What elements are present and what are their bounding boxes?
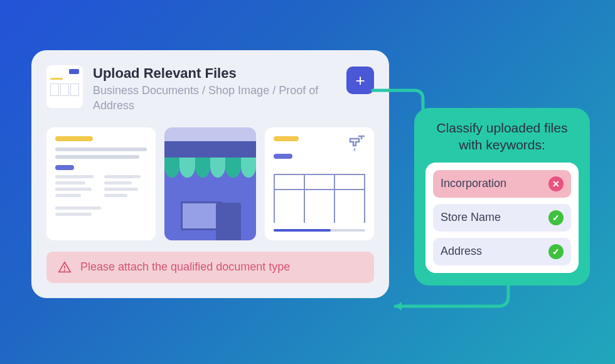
warning-icon (58, 260, 72, 274)
file-thumbnails (46, 127, 374, 240)
keyword-row[interactable]: Address ✓ (433, 238, 571, 265)
card-header: Upload Relevant Files Business Documents… (46, 65, 374, 114)
thumbnail-utility-bill[interactable] (265, 127, 374, 240)
upload-title: Upload Relevant Files (93, 65, 336, 82)
keyword-list: Incorporation ✕ Store Name ✓ Address ✓ (425, 163, 579, 273)
document-icon (46, 65, 83, 108)
classify-panel: Classify uploaded files with keywords: I… (414, 108, 590, 286)
error-icon: ✕ (548, 176, 564, 191)
check-icon: ✓ (548, 210, 564, 225)
keyword-row[interactable]: Incorporation ✕ (433, 170, 571, 198)
faucet-icon (348, 134, 366, 153)
svg-point-1 (65, 270, 65, 270)
keyword-label: Address (441, 245, 482, 258)
plus-icon: + (355, 71, 365, 90)
add-file-button[interactable]: + (346, 67, 374, 94)
upload-card: Upload Relevant Files Business Documents… (31, 50, 389, 298)
keyword-label: Store Name (441, 211, 501, 224)
check-icon: ✓ (548, 244, 564, 259)
validation-alert: Please attach the qualified document typ… (46, 252, 374, 283)
thumbnail-shop-image[interactable] (164, 127, 256, 240)
upload-subtitle: Business Documents / Shop Image / Proof … (93, 83, 336, 114)
header-text: Upload Relevant Files Business Documents… (93, 65, 336, 114)
thumbnail-document[interactable] (46, 127, 156, 240)
keyword-row[interactable]: Store Name ✓ (433, 204, 571, 232)
classify-title: Classify uploaded files with keywords: (425, 119, 579, 154)
alert-message: Please attach the qualified document typ… (80, 260, 290, 274)
keyword-label: Incorporation (441, 177, 506, 190)
